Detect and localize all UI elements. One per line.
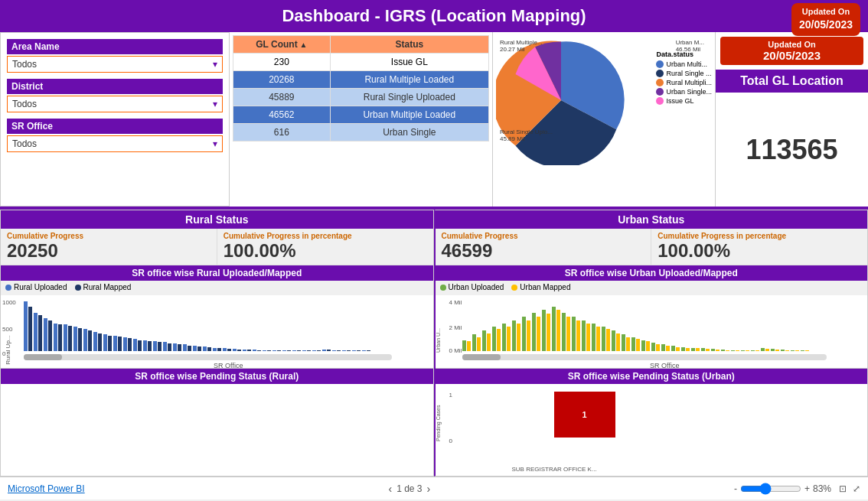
urban-mapped-bar <box>765 349 769 351</box>
rural-uploaded-bar <box>54 324 57 351</box>
rural-scrollbar-track[interactable] <box>24 354 392 360</box>
urban-bar-pair <box>771 349 779 351</box>
zoom-fit-icon[interactable]: ⊡ <box>839 483 847 494</box>
rural-bar-pair <box>123 337 132 351</box>
district-label: District <box>7 79 223 94</box>
rural-bar-pair <box>93 332 102 351</box>
urban-mapped-bar <box>477 337 481 351</box>
powerbi-link[interactable]: Microsoft Power BI <box>8 483 85 494</box>
urban-mapped-bar <box>527 320 530 351</box>
urban-status-header: Urban Status <box>436 210 868 229</box>
urban-uploaded-label: Urban Uploaded <box>449 283 504 291</box>
rural-uploaded-bar <box>243 350 246 351</box>
zoom-expand-icon[interactable]: ⤢ <box>853 483 860 494</box>
urban-uploaded-bar <box>572 317 576 351</box>
rural-bar-pair <box>302 350 311 351</box>
dashboard: Dashboard - IGRS (Location Mapping) Upda… <box>0 0 868 501</box>
urban-y-2mil: 2 Mil <box>449 324 462 331</box>
urban-mapped-bar <box>537 317 540 351</box>
rural-cumulative-box: Cumulative Progress 20250 <box>1 229 217 265</box>
rural-bar-pair <box>54 324 62 351</box>
gl-count-header[interactable]: GL Count <box>233 36 331 54</box>
urban-cumulative-box: Cumulative Progress 46599 <box>436 229 652 265</box>
status-header[interactable]: Status <box>330 36 488 54</box>
rural-bar-pair <box>203 346 211 351</box>
urban-uploaded-bar <box>651 343 655 351</box>
legend-color-urban-single <box>656 88 664 96</box>
urban-bar-pair <box>691 348 700 352</box>
rural-mapped-bar <box>307 350 311 351</box>
urban-mapped-dot <box>511 285 517 291</box>
urban-bar-pair <box>572 317 580 351</box>
table-row[interactable]: 46562Urban Multiple Loaded <box>233 106 489 124</box>
rural-pending-empty <box>216 425 218 434</box>
rural-uploaded-bar <box>233 349 237 351</box>
pie-label-rural-multiple: Rural Multiple...20.27 Mil <box>500 39 543 53</box>
urban-uploaded-bar <box>661 344 665 351</box>
rural-mapped-bar <box>168 343 171 351</box>
zoom-minus[interactable]: - <box>734 483 737 494</box>
table-row[interactable]: 45889Rural Single Uploaded <box>233 89 489 106</box>
sr-office-select[interactable]: Todos ▾ <box>7 135 223 152</box>
urban-uploaded-bar <box>781 350 785 351</box>
table-row[interactable]: 20268Rural Multiple Loaded <box>233 71 489 89</box>
urban-mapped-bar <box>746 350 749 351</box>
status-container: Rural Status Cumulative Progress 20250 C… <box>0 208 868 477</box>
pending-bar-value: 1 <box>582 410 586 419</box>
rural-status-header: Rural Status <box>1 210 433 229</box>
rural-pending-header: SR office wise Pending Status (Rural) <box>1 369 433 384</box>
urban-scrollbar-thumb[interactable] <box>462 354 501 360</box>
gl-table-container: GL Count Status 230Issue GL20268Rural Mu… <box>230 32 493 207</box>
district-value: Todos <box>12 99 37 109</box>
rural-bar-pair <box>113 336 122 351</box>
rural-mapped-label: Rural Mapped <box>83 283 132 291</box>
page-info: 1 de 3 <box>396 483 422 494</box>
pending-y-1: 1 <box>449 392 452 399</box>
zoom-slider[interactable] <box>740 483 801 495</box>
urban-mapped-bar <box>586 324 590 351</box>
zoom-plus[interactable]: + <box>804 483 810 494</box>
updated-label: Updated On <box>799 6 853 18</box>
district-select[interactable]: Todos ▾ <box>7 96 223 112</box>
rural-uploaded-bar <box>113 336 117 351</box>
rural-bar-pair <box>272 350 281 351</box>
rural-scrollbar-thumb[interactable] <box>24 354 62 360</box>
urban-pending-chart: Pending Cases 1 0 1 SUB REGISTRAR OFFICE… <box>436 384 868 476</box>
urban-bar-pair <box>502 324 511 351</box>
rural-mapped-bar <box>78 328 82 351</box>
legend-color-rural-single <box>656 70 664 77</box>
urban-mapped-bar <box>716 350 720 351</box>
urban-mapped-bar <box>636 339 640 351</box>
urban-uploaded-bar <box>701 348 705 351</box>
sr-office-label: SR Office <box>7 119 223 134</box>
urban-mapped-bar <box>785 350 789 351</box>
urban-bar-pair <box>522 317 530 351</box>
area-name-select[interactable]: Todos ▾ <box>7 56 223 73</box>
legend-label-rural-multi: Rural Multipli... <box>666 79 712 86</box>
rural-mapped-legend: Rural Mapped <box>75 283 132 291</box>
table-row[interactable]: 230Issue GL <box>233 54 489 71</box>
rural-uploaded-bar <box>352 350 356 351</box>
area-name-filter: Area Name Todos ▾ <box>7 39 223 73</box>
rural-uploaded-bar <box>153 341 157 351</box>
prev-page-button[interactable]: ‹ <box>388 483 392 495</box>
rural-uploaded-bar <box>213 348 217 351</box>
urban-percentage-value: 100.00% <box>658 240 861 262</box>
gl-table: GL Count Status 230Issue GL20268Rural Mu… <box>233 35 489 142</box>
legend-label-rural-single: Rural Single ... <box>666 70 711 77</box>
urban-mapped-bar <box>487 333 491 351</box>
rural-uploaded-bar <box>64 324 67 351</box>
legend-label-urban-multi: Urban Multi... <box>666 60 707 68</box>
rural-percentage-label: Cumulative Progress in percentage <box>224 232 427 240</box>
rural-mapped-bar <box>118 337 122 351</box>
urban-mapped-bar <box>646 341 650 351</box>
table-row[interactable]: 616Urban Single <box>233 124 489 142</box>
urban-mapped-bar <box>556 310 560 351</box>
pending-bars-container: 1 <box>462 384 868 438</box>
rural-uploaded-bar <box>44 318 47 351</box>
next-page-button[interactable]: › <box>427 483 431 495</box>
urban-bar-pair <box>612 330 620 351</box>
rural-mapped-bar <box>327 350 331 351</box>
urban-scrollbar-track[interactable] <box>462 354 827 360</box>
rural-uploaded-dot <box>5 285 11 291</box>
